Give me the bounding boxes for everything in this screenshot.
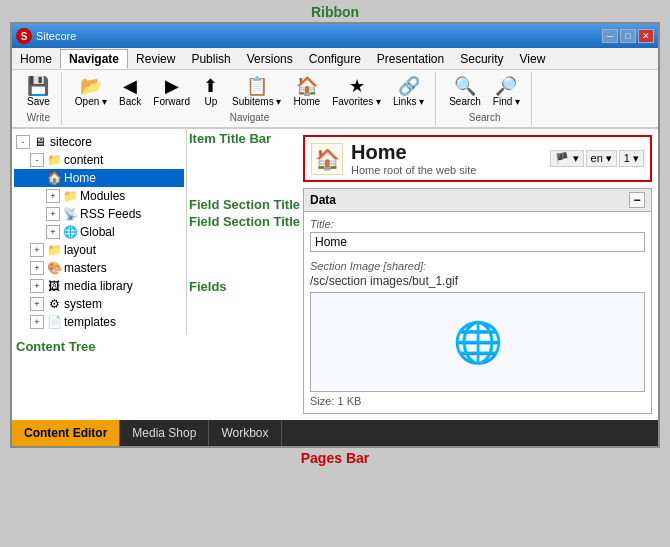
masters-label: masters [64, 261, 107, 275]
menu-home[interactable]: Home [12, 50, 60, 68]
tree-item-masters[interactable]: + 🎨 masters [14, 259, 184, 277]
templates-icon: 📄 [46, 314, 62, 330]
tree-item-global[interactable]: + 🌐 Global [14, 223, 184, 241]
search-group-label: Search [469, 112, 501, 123]
links-button[interactable]: 🔗 Links ▾ [388, 74, 429, 110]
ribbon-group-search: 🔍 Search 🔎 Find ▾ Search [438, 72, 532, 125]
save-button[interactable]: 💾 Save [22, 74, 55, 110]
collapse-section-button[interactable]: − [629, 192, 645, 208]
menu-navigate[interactable]: Navigate [60, 49, 128, 69]
search-buttons: 🔍 Search 🔎 Find ▾ [444, 74, 525, 110]
expand-system[interactable]: + [30, 297, 44, 311]
expand-templates[interactable]: + [30, 315, 44, 329]
item-house-icon: 🏠 [311, 143, 343, 175]
content-label: content [64, 153, 103, 167]
minimize-button[interactable]: ─ [602, 29, 618, 43]
content-icon: 📁 [46, 152, 62, 168]
find-icon: 🔎 [495, 77, 517, 95]
expand-modules[interactable]: + [46, 189, 60, 203]
menu-versions[interactable]: Versions [239, 50, 301, 68]
up-icon: ⬆ [203, 77, 218, 95]
menu-bar: Home Navigate Review Publish Versions Co… [12, 48, 658, 70]
tree-item-sitecore[interactable]: - 🖥 sitecore [14, 133, 184, 151]
title-bar: S Sitecore ─ □ ✕ [12, 24, 658, 48]
modules-label: Modules [80, 189, 125, 203]
ribbon-group-navigate: 📂 Open ▾ ◀ Back ▶ Forward ⬆ Up 📋 Sub [64, 72, 436, 125]
version-number[interactable]: 1 ▾ [619, 150, 644, 167]
section-image-field-label: Section Image [shared]: [310, 260, 645, 272]
forward-button[interactable]: ▶ Forward [148, 74, 195, 110]
tree-item-modules[interactable]: + 📁 Modules [14, 187, 184, 205]
tree-item-system[interactable]: + ⚙ system [14, 295, 184, 313]
title-field-input[interactable] [310, 232, 645, 252]
window-controls[interactable]: ─ □ ✕ [602, 29, 654, 43]
save-icon: 💾 [27, 77, 49, 95]
menu-view[interactable]: View [512, 50, 554, 68]
expand-layout[interactable]: + [30, 243, 44, 257]
pages-bar: Content Editor Media Shop Workbox [12, 420, 658, 446]
open-button[interactable]: 📂 Open ▾ [70, 74, 112, 110]
menu-review[interactable]: Review [128, 50, 183, 68]
open-label: Open ▾ [75, 96, 107, 107]
tree-item-rss[interactable]: + 📡 RSS Feeds [14, 205, 184, 223]
tab-content-editor[interactable]: Content Editor [12, 420, 120, 446]
subitems-label: Subitems ▾ [232, 96, 281, 107]
home-nav-button[interactable]: 🏠 Home [288, 74, 325, 110]
close-button[interactable]: ✕ [638, 29, 654, 43]
expand-sitecore[interactable]: - [16, 135, 30, 149]
maximize-button[interactable]: □ [620, 29, 636, 43]
ribbon-label: Ribbon [311, 4, 359, 20]
window-title: Sitecore [36, 30, 76, 42]
expand-rss[interactable]: + [46, 207, 60, 221]
favorites-button[interactable]: ★ Favorites ▾ [327, 74, 386, 110]
write-buttons: 💾 Save [22, 74, 55, 110]
links-icon: 🔗 [398, 77, 420, 95]
tree-item-content[interactable]: - 📁 content [14, 151, 184, 169]
rss-icon: 📡 [62, 206, 78, 222]
item-desc: Home root of the web site [351, 164, 542, 176]
content-tree-panel: - 🖥 sitecore - 📁 content 🏠 Home + [12, 129, 187, 335]
expand-global[interactable]: + [46, 225, 60, 239]
language-flag[interactable]: 🏴 ▾ [550, 150, 583, 167]
field-section-header: Data − [304, 189, 651, 212]
sitecore-label: sitecore [50, 135, 92, 149]
links-label: Links ▾ [393, 96, 424, 107]
right-panel: 🏠 Home Home root of the web site 🏴 ▾ en … [297, 129, 658, 420]
navigate-group-label: Navigate [230, 112, 269, 123]
layout-label: layout [64, 243, 96, 257]
favorites-icon: ★ [349, 77, 365, 95]
tree-item-templates[interactable]: + 📄 templates [14, 313, 184, 331]
find-button[interactable]: 🔎 Find ▾ [488, 74, 525, 110]
tab-media-shop[interactable]: Media Shop [120, 420, 209, 446]
menu-security[interactable]: Security [452, 50, 511, 68]
templates-label: templates [64, 315, 116, 329]
app-icon: S [16, 28, 32, 44]
expand-content[interactable]: - [30, 153, 44, 167]
subitems-button[interactable]: 📋 Subitems ▾ [227, 74, 286, 110]
back-button[interactable]: ◀ Back [114, 74, 146, 110]
home-tree-label: Home [64, 171, 96, 185]
menu-configure[interactable]: Configure [301, 50, 369, 68]
expand-masters[interactable]: + [30, 261, 44, 275]
global-icon: 🌐 [62, 224, 78, 240]
tab-workbox[interactable]: Workbox [209, 420, 281, 446]
tree-item-home[interactable]: 🏠 Home [14, 169, 184, 187]
up-label: Up [205, 96, 218, 107]
image-size: Size: 1 KB [310, 395, 645, 407]
subitems-icon: 📋 [246, 77, 268, 95]
up-button[interactable]: ⬆ Up [197, 74, 225, 110]
menu-publish[interactable]: Publish [183, 50, 238, 68]
search-button[interactable]: 🔍 Search [444, 74, 486, 110]
pages-bar-label: Pages Bar [301, 448, 369, 468]
tree-item-media-library[interactable]: + 🖼 media library [14, 277, 184, 295]
masters-icon: 🎨 [46, 260, 62, 276]
tree-item-layout[interactable]: + 📁 layout [14, 241, 184, 259]
media-library-icon: 🖼 [46, 278, 62, 294]
system-label: system [64, 297, 102, 311]
language-code[interactable]: en ▾ [586, 150, 617, 167]
back-icon: ◀ [123, 77, 137, 95]
open-icon: 📂 [80, 77, 102, 95]
expand-media-library[interactable]: + [30, 279, 44, 293]
menu-presentation[interactable]: Presentation [369, 50, 452, 68]
search-label: Search [449, 96, 481, 107]
